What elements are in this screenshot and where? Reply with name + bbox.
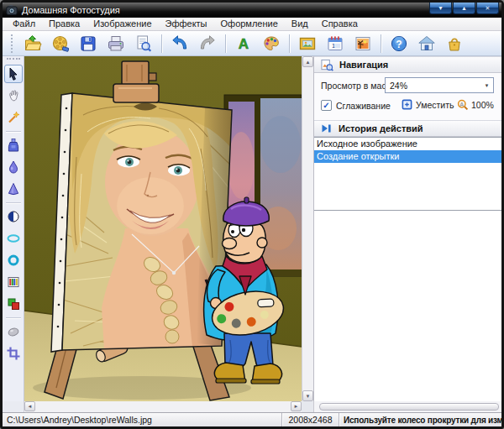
calendar-button[interactable]: 1 (325, 34, 345, 54)
menu-edit[interactable]: Правка (42, 18, 87, 30)
svg-text:A: A (239, 36, 249, 52)
history-list: Исходное изображение Создание открытки (314, 137, 501, 211)
menu-image[interactable]: Изображение (87, 18, 158, 30)
shopping-bag-icon (445, 34, 464, 53)
status-hint: Используйте колесо прокрутки для изменен… (339, 413, 501, 426)
scroll-corner-right (302, 401, 313, 412)
horizontal-scrollbar[interactable]: ◄ ► (24, 401, 302, 412)
tool-blur-drop[interactable] (4, 158, 23, 176)
water-drop-icon (6, 160, 21, 175)
app-icon (6, 4, 18, 16)
menu-bar: Файл Правка Изображение Эффекты Оформлен… (3, 18, 501, 31)
postcard-scene (24, 56, 302, 401)
chevron-down-icon[interactable]: ▼ (480, 83, 493, 88)
slideshow-button[interactable] (50, 34, 71, 54)
menu-view[interactable]: Вид (285, 18, 315, 30)
zoom-select-value: 24% (386, 81, 480, 91)
tool-crop[interactable] (4, 344, 23, 363)
film-reel-icon (51, 34, 70, 53)
scroll-left-button[interactable]: ◄ (24, 401, 35, 411)
fit-page-icon (402, 99, 412, 110)
menu-decoration[interactable]: Оформление (214, 18, 285, 30)
toolbar-separator (289, 34, 290, 53)
smoothing-label: Сглаживание (336, 101, 391, 111)
title-bar[interactable]: Домашняя Фотостудия ▼ ▲ ✕ (3, 3, 501, 18)
vertical-scrollbar[interactable]: ▲ ▼ (302, 56, 313, 401)
tool-smudge[interactable] (4, 322, 23, 341)
navigation-icon (321, 59, 333, 71)
cursor-arrow-icon (6, 66, 21, 81)
status-bar: C:\Users\Andrey\Desktop\reWalls.jpg 2008… (3, 412, 501, 426)
smoothing-checkbox-row[interactable]: ✓ Сглаживание (321, 100, 391, 111)
save-button[interactable] (78, 34, 98, 54)
shop-button[interactable] (444, 34, 465, 54)
floppy-save-icon (79, 34, 97, 53)
add-text-button[interactable]: A (234, 34, 254, 54)
status-file-path: C:\Users\Andrey\Desktop\reWalls.jpg (3, 413, 281, 426)
history-icon (321, 123, 333, 134)
contrast-circle-icon (6, 209, 21, 224)
maximize-button[interactable]: ▲ (453, 3, 475, 14)
canvas-image[interactable] (24, 56, 302, 401)
scroll-corner-left (3, 401, 24, 412)
menu-help[interactable]: Справка (315, 18, 365, 30)
cone-icon (6, 181, 21, 196)
menu-effects[interactable]: Эффекты (159, 18, 214, 30)
printer-icon (107, 34, 125, 53)
tool-separator (6, 317, 21, 318)
tool-hand-pan[interactable] (4, 86, 23, 105)
tool-color-bars[interactable] (4, 273, 23, 291)
page-magnifier-icon (134, 34, 153, 53)
toolbar-grip (11, 34, 13, 53)
home-button[interactable] (417, 34, 437, 54)
history-item[interactable]: Исходное изображение (314, 138, 501, 150)
svg-text:?: ? (396, 38, 402, 50)
tool-lighten-ellipse[interactable] (4, 229, 23, 248)
paint-button[interactable] (261, 34, 281, 54)
panel-scroll-thumb[interactable] (319, 403, 499, 411)
menu-file[interactable]: Файл (6, 18, 42, 30)
tool-color-replace[interactable] (4, 295, 23, 313)
status-image-size: 2008x2468 (281, 413, 339, 426)
magic-wand-icon (6, 110, 21, 125)
text-a-icon: A (234, 34, 253, 53)
scroll-down-button[interactable]: ▼ (302, 390, 313, 401)
help-button[interactable]: ? (389, 34, 409, 54)
main-toolbar: A (3, 31, 501, 56)
rainbow-bars-icon (6, 275, 21, 290)
cyan-ellipse-icon (6, 231, 21, 246)
right-panel: Навигация Просмотр в масштабе 24% ▼ ✓ Сг… (313, 56, 501, 401)
fit-button[interactable]: Уместить (402, 99, 454, 110)
tool-separator (6, 131, 21, 132)
toolbar-separator (225, 34, 226, 53)
help-question-icon: ? (390, 34, 408, 53)
undo-button[interactable] (170, 34, 190, 54)
scroll-up-button[interactable]: ▲ (302, 56, 313, 67)
bottom-strip: ◄ ► (3, 401, 501, 412)
tool-fill-ink[interactable] (4, 136, 23, 154)
postcard-button[interactable] (297, 34, 318, 54)
smoothing-checkbox[interactable]: ✓ (321, 100, 332, 111)
gray-blob-icon (6, 324, 21, 339)
close-button[interactable]: ✕ (476, 3, 499, 14)
tool-sharpen-cone[interactable] (4, 180, 23, 198)
panel-bottom-strip (313, 401, 501, 412)
tool-separator (6, 202, 21, 203)
history-title: История действий (339, 123, 423, 133)
photo-frame-button[interactable] (353, 34, 373, 54)
history-item-selected[interactable]: Создание открытки (314, 150, 501, 163)
tool-magic-wand[interactable] (4, 108, 23, 127)
minimize-button[interactable]: ▼ (429, 3, 452, 14)
tool-darken-ring[interactable] (4, 251, 23, 269)
zoom-select[interactable]: 24% ▼ (385, 77, 494, 93)
home-house-icon (417, 34, 436, 53)
print-button[interactable] (106, 34, 126, 54)
open-image-button[interactable] (23, 34, 43, 54)
tool-contrast[interactable] (4, 207, 23, 226)
tool-column (3, 56, 24, 401)
print-preview-button[interactable] (134, 34, 154, 54)
zoom-100-button[interactable]: A 100% (457, 99, 494, 111)
scroll-right-button[interactable]: ► (291, 401, 302, 411)
tool-select-arrow[interactable] (4, 65, 23, 83)
redo-button[interactable] (197, 34, 218, 54)
